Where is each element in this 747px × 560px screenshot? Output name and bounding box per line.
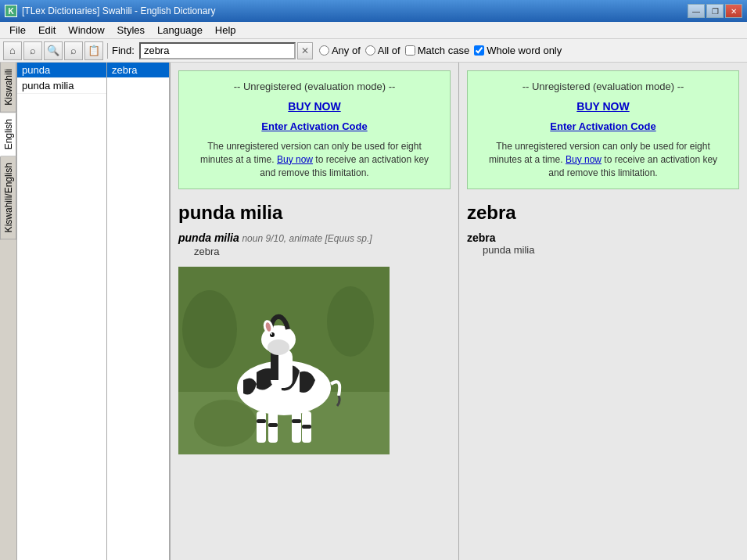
- clipboard-button[interactable]: 📋: [84, 41, 103, 60]
- left-entry-main-word: punda milia: [178, 232, 239, 244]
- menu-file[interactable]: File: [3, 23, 32, 38]
- find-input[interactable]: [139, 42, 296, 59]
- sidebar-tab-kiswahili-english[interactable]: Kiswahili/English: [0, 156, 16, 239]
- right-unreg-title: -- Unregistered (evaluation mode) --: [480, 81, 726, 92]
- sidebar-tabs: Kiswahili English Kiswahili/English: [0, 63, 17, 560]
- sidebar-tab-english[interactable]: English: [0, 113, 16, 156]
- svg-rect-13: [268, 423, 278, 427]
- menu-edit[interactable]: Edit: [32, 23, 62, 38]
- menu-help[interactable]: Help: [209, 23, 242, 38]
- menu-styles[interactable]: Styles: [111, 23, 151, 38]
- left-dict-panel: -- Unregistered (evaluation mode) -- BUY…: [170, 63, 458, 560]
- restore-button[interactable]: ❐: [706, 4, 724, 18]
- right-entry-details: zebra punda milia: [467, 232, 739, 256]
- menu-window[interactable]: Window: [62, 23, 110, 38]
- left-entry-latin: [Equus sp.]: [325, 233, 372, 244]
- svg-point-7: [271, 333, 272, 335]
- search-result-item[interactable]: zebra: [107, 63, 169, 77]
- left-unreg-title: -- Unregistered (evaluation mode) --: [192, 81, 437, 92]
- svg-point-5: [268, 339, 289, 355]
- zebra-image: [178, 267, 390, 454]
- svg-point-18: [182, 290, 237, 368]
- close-button[interactable]: ✕: [725, 4, 742, 18]
- minimize-button[interactable]: —: [688, 4, 705, 18]
- left-buy-now-link[interactable]: BUY NOW: [192, 100, 437, 113]
- right-unreg-desc: The unregistered version can only be use…: [480, 140, 726, 179]
- right-entry-heading: zebra: [467, 202, 739, 224]
- svg-rect-8: [257, 411, 266, 443]
- titlebar-buttons: — ❐ ✕: [688, 4, 742, 18]
- right-buy-now-link[interactable]: BUY NOW: [480, 100, 726, 113]
- window-title: [TLex Dictionaries] Swahili - English Di…: [22, 5, 688, 16]
- extra-button[interactable]: ⌕: [64, 41, 83, 60]
- search-fwd-button[interactable]: 🔍: [44, 41, 63, 60]
- main-layout: Kiswahili English Kiswahili/English pund…: [0, 63, 747, 560]
- right-buy-now-inline[interactable]: Buy now: [566, 154, 602, 165]
- left-entry-heading: punda milia: [178, 202, 451, 224]
- zebra-svg: [178, 267, 390, 454]
- right-entry-translation: punda milia: [483, 244, 739, 256]
- right-entry-main-word: zebra: [467, 232, 496, 244]
- app-icon: K: [5, 5, 17, 17]
- find-options: Any of All of Match case Whole word only: [319, 45, 562, 56]
- toolbar: ⌂ ⌕ 🔍 ⌕ 📋 Find: ✕ Any of All of Match ca…: [0, 39, 747, 63]
- right-activation-link[interactable]: Enter Activation Code: [480, 120, 726, 132]
- left-entry-grammar: noun 9/10, animate: [242, 233, 325, 244]
- svg-point-20: [194, 400, 257, 447]
- whole-word-option[interactable]: Whole word only: [474, 45, 562, 56]
- find-clear-button[interactable]: ✕: [297, 42, 313, 59]
- svg-rect-12: [257, 419, 266, 423]
- home-button[interactable]: ⌂: [3, 41, 22, 60]
- toolbar-separator: [107, 43, 108, 59]
- right-unreg-banner: -- Unregistered (evaluation mode) -- BUY…: [467, 70, 739, 189]
- svg-rect-10: [292, 411, 301, 443]
- word-list-item[interactable]: punda milia: [17, 78, 106, 94]
- svg-rect-14: [292, 419, 301, 423]
- search-back-button[interactable]: ⌕: [23, 41, 42, 60]
- left-activation-link[interactable]: Enter Activation Code: [192, 120, 437, 132]
- all-of-option[interactable]: All of: [365, 45, 400, 56]
- word-list-pane: punda punda milia: [17, 63, 107, 560]
- sidebar-tab-kiswahili[interactable]: Kiswahili: [0, 63, 16, 113]
- dict-panels: -- Unregistered (evaluation mode) -- BUY…: [170, 63, 747, 560]
- left-buy-now-inline[interactable]: Buy now: [277, 154, 313, 165]
- titlebar: K [TLex Dictionaries] Swahili - English …: [0, 0, 747, 22]
- right-dict-panel: -- Unregistered (evaluation mode) -- BUY…: [458, 63, 747, 560]
- left-entry-details: punda milia noun 9/10, animate [Equus sp…: [178, 232, 451, 257]
- left-unreg-banner: -- Unregistered (evaluation mode) -- BUY…: [178, 70, 451, 189]
- match-case-option[interactable]: Match case: [405, 45, 469, 56]
- any-of-option[interactable]: Any of: [319, 45, 361, 56]
- svg-point-19: [327, 286, 374, 357]
- find-label: Find:: [112, 45, 135, 56]
- word-list-item[interactable]: punda: [17, 63, 106, 78]
- search-result-pane: zebra: [107, 63, 170, 560]
- menu-language[interactable]: Language: [151, 23, 209, 38]
- left-entry-translation: zebra: [194, 246, 451, 257]
- menubar: File Edit Window Styles Language Help: [0, 22, 747, 39]
- left-unreg-desc: The unregistered version can only be use…: [192, 140, 437, 179]
- svg-rect-15: [302, 425, 311, 429]
